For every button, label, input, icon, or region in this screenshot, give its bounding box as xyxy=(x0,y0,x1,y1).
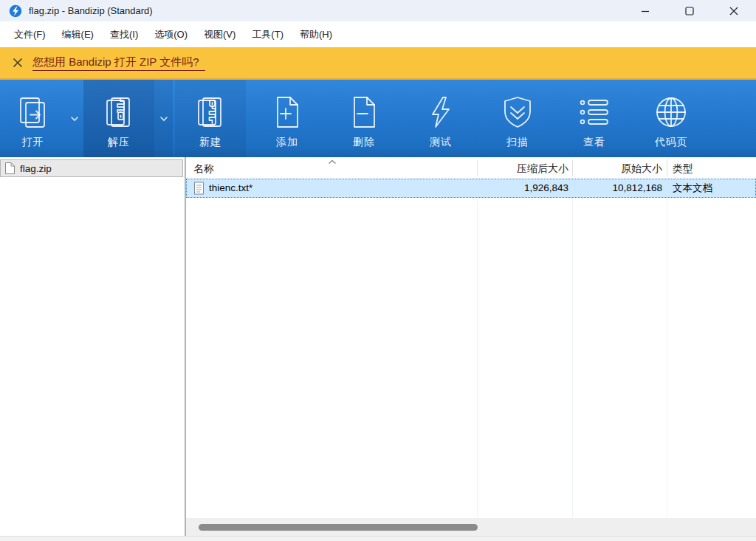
add-file-icon xyxy=(269,92,305,132)
menu-edit[interactable]: 编辑(E) xyxy=(54,21,102,47)
codepage-button-label: 代码页 xyxy=(655,136,688,149)
add-button-label: 添加 xyxy=(276,136,298,149)
menu-file[interactable]: 文件(F) xyxy=(6,21,54,47)
open-button[interactable]: 打开 xyxy=(0,80,66,157)
file-type-cell: 文本文档 xyxy=(673,179,754,197)
column-header-type[interactable]: 类型 xyxy=(673,159,752,178)
column-gridline xyxy=(572,178,573,518)
menu-help[interactable]: 帮助(H) xyxy=(292,21,340,47)
window-title: flag.zip - Bandizip (Standard) xyxy=(29,5,153,16)
tree-item-flag-zip[interactable]: flag.zip xyxy=(0,159,183,177)
archive-tree-panel: flag.zip xyxy=(0,157,185,536)
shield-scan-icon xyxy=(500,92,535,132)
file-original-size-cell: 10,812,168 xyxy=(572,179,662,197)
file-list-panel: 名称 压缩后大小 原始大小 类型 thienc.txt* 1,926,843 1… xyxy=(186,157,756,518)
open-button-label: 打开 xyxy=(22,136,44,149)
open-dropdown-chevron-icon[interactable] xyxy=(66,80,83,157)
menu-tools[interactable]: 工具(T) xyxy=(244,21,292,47)
view-button[interactable]: 查看 xyxy=(556,80,633,157)
bandizip-window: flag.zip - Bandizip (Standard) 文件(F) 编辑(… xyxy=(0,0,756,541)
text-file-icon xyxy=(193,182,205,195)
menubar: 文件(F) 编辑(E) 查找(I) 选项(O) 视图(V) 工具(T) 帮助(H… xyxy=(0,21,756,47)
column-gridline xyxy=(667,178,667,518)
tree-item-label: flag.zip xyxy=(20,163,52,174)
menu-find[interactable]: 查找(I) xyxy=(102,21,146,47)
horizontal-scrollbar[interactable] xyxy=(186,518,756,536)
lightning-icon xyxy=(423,92,458,132)
list-view-icon xyxy=(577,92,612,132)
extract-archive-icon xyxy=(101,92,137,132)
new-archive-button[interactable]: 新建 xyxy=(175,80,246,157)
menu-options[interactable]: 选项(O) xyxy=(146,21,196,47)
extract-dropdown-chevron-icon[interactable] xyxy=(154,80,173,157)
window-controls xyxy=(623,0,756,21)
column-gridline xyxy=(477,178,478,518)
scan-button-label: 扫描 xyxy=(506,136,529,149)
view-button-label: 查看 xyxy=(583,136,605,149)
menu-view[interactable]: 视图(V) xyxy=(196,21,244,47)
globe-icon xyxy=(653,92,689,132)
list-header: 名称 压缩后大小 原始大小 类型 xyxy=(186,159,756,178)
open-archive-icon xyxy=(16,92,51,132)
file-packed-size-cell: 1,926,843 xyxy=(477,179,568,197)
open-with-bandizip-link[interactable]: 您想用 Bandizip 打开 ZIP 文件吗? xyxy=(32,55,205,71)
notification-dismiss-icon[interactable] xyxy=(11,56,24,69)
horizontal-scrollbar-thumb[interactable] xyxy=(199,524,478,531)
new-archive-icon xyxy=(193,92,228,132)
file-row-thienc[interactable]: thienc.txt* 1,926,843 10,812,168 文本文档 xyxy=(186,179,756,198)
delete-button[interactable]: 删除 xyxy=(326,80,402,157)
content-area: flag.zip 名称 压缩后大小 原始大小 类型 xyxy=(0,157,756,536)
test-button[interactable]: 测试 xyxy=(402,80,479,157)
scan-button[interactable]: 扫描 xyxy=(479,80,556,157)
delete-file-icon xyxy=(346,92,382,132)
bandizip-logo-icon xyxy=(9,4,22,18)
notification-bar: 您想用 Bandizip 打开 ZIP 文件吗? xyxy=(0,47,756,80)
file-name-cell: thienc.txt* xyxy=(209,179,475,197)
codepage-button[interactable]: 代码页 xyxy=(633,80,709,157)
titlebar: flag.zip - Bandizip (Standard) xyxy=(0,0,756,21)
maximize-button[interactable] xyxy=(667,0,712,21)
column-header-original-size[interactable]: 原始大小 xyxy=(572,159,662,178)
new-archive-button-label: 新建 xyxy=(199,136,221,149)
test-button-label: 测试 xyxy=(430,136,452,149)
close-button[interactable] xyxy=(712,0,756,21)
document-icon xyxy=(4,162,16,175)
extract-button-label: 解压 xyxy=(108,136,130,149)
column-header-packed-size[interactable]: 压缩后大小 xyxy=(477,159,568,178)
minimize-button[interactable] xyxy=(623,0,667,21)
extract-button[interactable]: 解压 xyxy=(83,80,154,157)
delete-button-label: 删除 xyxy=(353,136,375,149)
column-header-name[interactable]: 名称 xyxy=(193,159,474,178)
status-strip xyxy=(0,536,756,541)
toolbar: 打开 解压 xyxy=(0,80,756,157)
add-button[interactable]: 添加 xyxy=(249,80,326,157)
